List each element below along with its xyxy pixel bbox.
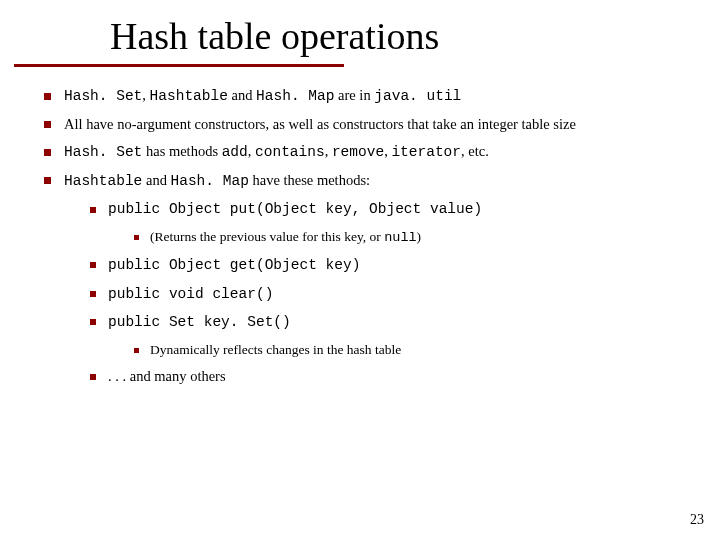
bullet-item: public Set key. Set()Dynamically reflect… bbox=[86, 312, 692, 359]
bullet-item: Hashtable and Hash. Map have these metho… bbox=[40, 171, 692, 387]
bullet-sublist: (Returns the previous value for this key… bbox=[108, 228, 692, 247]
bullet-item: Hash. Set has methods add, contains, rem… bbox=[40, 142, 692, 163]
bullet-text: public void clear() bbox=[108, 285, 273, 301]
slide-title: Hash table operations bbox=[110, 14, 720, 58]
bullet-item: Hash. Set, Hashtable and Hash. Map are i… bbox=[40, 86, 692, 107]
bullet-text: . . . and many others bbox=[108, 368, 226, 384]
bullet-text: public Object get(Object key) bbox=[108, 256, 360, 272]
bullet-text: public Set key. Set() bbox=[108, 313, 291, 329]
bullet-text: Hash. Set has methods add, contains, rem… bbox=[64, 143, 489, 159]
accent-bar bbox=[14, 64, 344, 67]
bullet-text: All have no-argument constructors, as we… bbox=[64, 116, 576, 132]
bullet-text: public Object put(Object key, Object val… bbox=[108, 200, 482, 216]
bullet-item: Dynamically reflects changes in the hash… bbox=[130, 341, 692, 359]
bullet-item: (Returns the previous value for this key… bbox=[130, 228, 692, 247]
bullet-item: All have no-argument constructors, as we… bbox=[40, 115, 692, 135]
bullet-item: . . . and many others bbox=[86, 367, 692, 387]
title-area: Hash table operations bbox=[0, 0, 720, 58]
page-number: 23 bbox=[690, 512, 704, 528]
bullet-text: (Returns the previous value for this key… bbox=[150, 229, 421, 244]
content-area: Hash. Set, Hashtable and Hash. Map are i… bbox=[0, 58, 720, 387]
bullet-item: public void clear() bbox=[86, 284, 692, 305]
bullet-text: Hash. Set, Hashtable and Hash. Map are i… bbox=[64, 87, 461, 103]
bullet-text: Dynamically reflects changes in the hash… bbox=[150, 342, 401, 357]
bullet-item: public Object put(Object key, Object val… bbox=[86, 199, 692, 247]
bullet-sublist: Dynamically reflects changes in the hash… bbox=[108, 341, 692, 359]
bullet-text: Hashtable and Hash. Map have these metho… bbox=[64, 172, 370, 188]
bullet-list: Hash. Set, Hashtable and Hash. Map are i… bbox=[40, 86, 692, 387]
bullet-sublist: public Object put(Object key, Object val… bbox=[64, 199, 692, 386]
bullet-item: public Object get(Object key) bbox=[86, 255, 692, 276]
